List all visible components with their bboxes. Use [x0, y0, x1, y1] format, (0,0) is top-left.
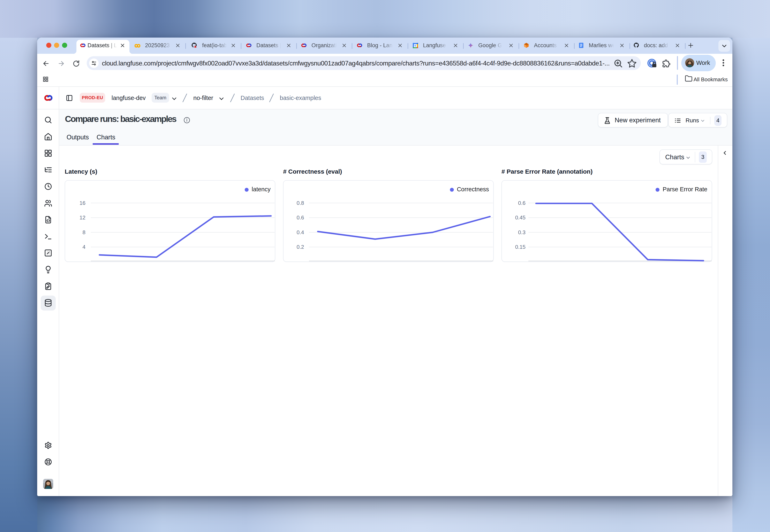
svg-text:6: 6: [415, 44, 416, 47]
